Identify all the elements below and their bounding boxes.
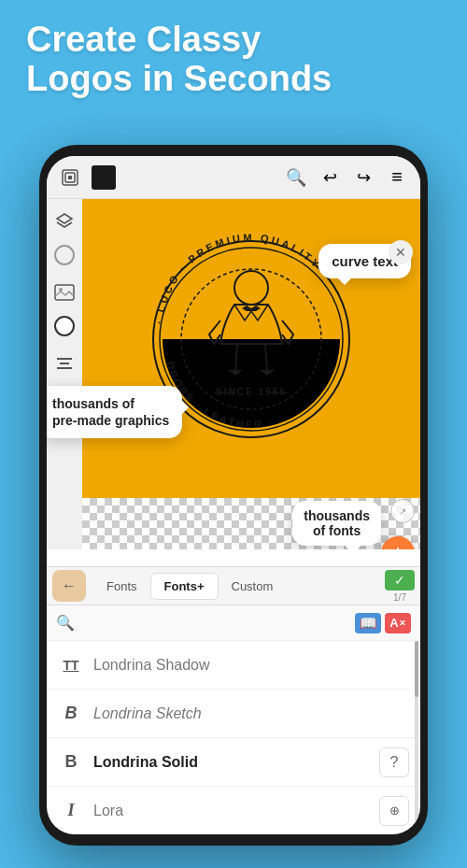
font-name-3: Lora — [93, 803, 370, 819]
bottom-strip: thousandsof fonts ↗ + — [47, 498, 420, 549]
menu-icon[interactable]: ≡ — [383, 164, 411, 192]
font-name-0: Londrina Shadow — [93, 657, 409, 674]
font-a-icon[interactable]: A ✕ — [385, 613, 411, 633]
check-area: ✓ 1/7 — [385, 570, 415, 603]
font-name-1: Londrina Sketch — [93, 705, 409, 722]
scrollbar[interactable] — [415, 641, 418, 834]
back-button[interactable]: ← — [52, 570, 86, 602]
font-item-3[interactable]: I Lora ⊕ — [47, 787, 420, 834]
search-bar: 🔍 📖 A ✕ — [47, 605, 420, 641]
fonts-tooltip: thousandsof fonts — [292, 501, 381, 546]
check-button[interactable]: ✓ — [385, 570, 415, 591]
add-layer-icon[interactable]: ⊕ — [379, 796, 409, 826]
font-item-0[interactable]: TT Londrina Shadow — [47, 641, 420, 690]
page-number: 1/7 — [393, 592, 406, 603]
phone-screen: 🔍 ↩ ↪ ≡ — [47, 156, 420, 834]
resize-icon[interactable]: ↗ — [390, 499, 415, 523]
svg-rect-2 — [68, 176, 72, 179]
side-item-layers[interactable] — [50, 206, 79, 236]
side-item-align[interactable] — [50, 349, 79, 378]
close-tooltip-btn[interactable]: ✕ — [389, 240, 413, 264]
font-style-b1: B — [58, 701, 84, 727]
tab-fonts-plus[interactable]: Fonts+ — [150, 573, 219, 600]
toolbar: 🔍 ↩ ↪ ≡ — [47, 156, 420, 199]
header-text: Create Classy Logos in Seconds — [26, 21, 332, 99]
color-swatch[interactable] — [92, 165, 116, 190]
zoom-icon[interactable]: 🔍 — [282, 164, 310, 192]
font-style-b2: B — [58, 749, 84, 776]
font-style-i: I — [58, 798, 84, 824]
header-line1: Create Classy — [26, 21, 332, 60]
tab-fonts[interactable]: Fonts — [93, 574, 150, 599]
svg-marker-3 — [57, 214, 72, 223]
header-line2: Logos in Seconds — [26, 60, 332, 99]
font-tabs-bar: ← Fonts Fonts+ Custom ✓ 1/7 — [47, 566, 420, 605]
question-icon[interactable]: ? — [379, 747, 409, 777]
tab-custom[interactable]: Custom — [219, 574, 287, 599]
search-input[interactable] — [82, 616, 347, 631]
font-item-1[interactable]: B Londrina Sketch — [47, 690, 420, 738]
font-item-2[interactable]: B Londrina Solid ? — [47, 738, 420, 787]
font-name-2: Londrina Solid — [93, 754, 370, 771]
search-icon: 🔍 — [56, 614, 75, 632]
svg-text:· LUCO · PREMIUM QUALITY ·: · LUCO · PREMIUM QUALITY · — [153, 232, 332, 324]
side-panel — [47, 199, 82, 498]
phone: 🔍 ↩ ↪ ≡ — [39, 145, 428, 846]
side-circle-1[interactable] — [50, 240, 79, 270]
svg-point-14 — [234, 271, 268, 305]
redo-icon[interactable]: ↪ — [349, 164, 377, 192]
side-circle-2[interactable] — [50, 311, 79, 341]
book-icon[interactable]: 📖 — [355, 613, 381, 633]
layers-icon[interactable] — [56, 164, 84, 192]
graphics-tooltip: thousands of pre-made graphics — [47, 386, 182, 438]
side-item-image[interactable] — [50, 277, 79, 307]
font-style-tt: TT — [58, 652, 84, 678]
undo-icon[interactable]: ↩ — [316, 164, 344, 192]
font-list: TT Londrina Shadow B Londrina Sketch B L… — [47, 641, 420, 834]
